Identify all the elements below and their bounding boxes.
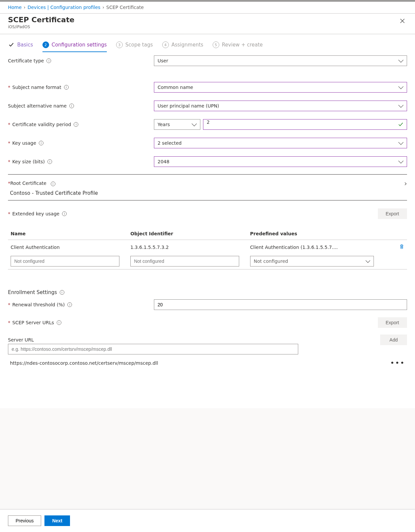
- chevron-right-icon: ›: [404, 179, 407, 188]
- info-icon[interactable]: i: [47, 159, 52, 164]
- step-scope-tags[interactable]: 3 Scope tags: [116, 41, 153, 48]
- chevron-right-icon: ›: [24, 5, 26, 10]
- column-header-oid: Object Identifier: [128, 228, 247, 240]
- delete-eku-button[interactable]: [399, 245, 404, 250]
- export-urls-button[interactable]: Export: [378, 317, 407, 328]
- dropdown-key-size[interactable]: 2048: [154, 156, 407, 167]
- info-icon[interactable]: i: [46, 58, 51, 63]
- label-scep-urls: *SCEP Server URLs i: [8, 320, 61, 325]
- add-url-button[interactable]: Add: [380, 335, 407, 345]
- root-certificate-section[interactable]: *Root Certificate i › Contoso - Trusted …: [8, 175, 407, 200]
- label-subject-name-format: *Subject name format i: [8, 85, 154, 90]
- info-icon[interactable]: i: [74, 122, 78, 127]
- step-assignments[interactable]: 4 Assignments: [162, 41, 203, 48]
- column-header-name: Name: [8, 228, 128, 240]
- info-icon[interactable]: i: [67, 302, 72, 307]
- step-configuration-settings[interactable]: 2 Configuration settings: [42, 41, 107, 52]
- breadcrumb-devices[interactable]: Devices | Configuration profiles: [28, 5, 101, 10]
- checkmark-icon: [398, 122, 403, 128]
- breadcrumb-home[interactable]: Home: [8, 5, 22, 10]
- page-title: SCEP Certificate: [8, 16, 74, 24]
- wizard-steps: Basics 2 Configuration settings 3 Scope …: [8, 34, 407, 51]
- dropdown-key-usage[interactable]: 2 selected: [154, 138, 407, 148]
- eku-row-oid: 1.3.6.1.5.5.7.3.2: [128, 240, 247, 255]
- close-button[interactable]: [398, 16, 407, 27]
- step-number-badge: 4: [162, 41, 169, 48]
- eku-name-input[interactable]: [11, 256, 119, 266]
- label-key-size: *Key size (bits) i: [8, 159, 154, 164]
- dropdown-subject-alt-name[interactable]: User principal name (UPN): [154, 101, 407, 111]
- dropdown-subject-name-format[interactable]: Common name: [154, 82, 407, 93]
- eku-predefined-dropdown[interactable]: Not configured: [250, 256, 374, 266]
- label-validity-period: *Certificate validity period i: [8, 122, 154, 127]
- info-icon[interactable]: i: [57, 320, 61, 325]
- enrollment-settings-heading: Enrollment Settings i: [8, 289, 407, 295]
- breadcrumb-current: SCEP Certificate: [106, 5, 144, 10]
- eku-row-name: Client Authentication: [8, 240, 128, 255]
- info-icon[interactable]: i: [69, 104, 74, 108]
- chevron-right-icon: ›: [103, 5, 104, 10]
- breadcrumb: Home › Devices | Configuration profiles …: [0, 1, 415, 13]
- eku-row-predefined: Client Authentication (1.3.6.1.5.5.7....: [247, 240, 383, 255]
- input-validity-value[interactable]: 2: [203, 119, 407, 130]
- input-server-url[interactable]: [8, 344, 298, 354]
- step-number-badge: 2: [42, 41, 49, 48]
- step-number-badge: 5: [213, 41, 219, 48]
- checkmark-icon: [8, 41, 15, 48]
- label-subject-alt-name: Subject alternative name i: [8, 103, 154, 109]
- label-key-usage: *Key usage i: [8, 140, 154, 146]
- eku-table: Name Object Identifier Predefined values…: [8, 228, 407, 269]
- info-icon[interactable]: i: [62, 211, 67, 216]
- column-header-predefined: Predefined values: [247, 228, 383, 240]
- step-number-badge: 3: [116, 41, 123, 48]
- input-renewal-threshold[interactable]: [154, 299, 407, 310]
- trash-icon: [399, 244, 404, 249]
- label-extended-key-usage: *Extended key usage i: [8, 211, 67, 216]
- page-subtitle: iOS/iPadOS: [8, 25, 74, 29]
- dropdown-certificate-type[interactable]: User: [154, 55, 407, 66]
- info-icon[interactable]: i: [51, 182, 55, 186]
- export-eku-button[interactable]: Export: [378, 208, 407, 219]
- close-icon: [400, 18, 405, 24]
- server-url-item: https://ndes-contosocorp.contoso.net/cer…: [8, 354, 407, 372]
- label-certificate-type: Certificate type i: [8, 58, 154, 63]
- info-icon[interactable]: i: [64, 85, 69, 90]
- eku-oid-input[interactable]: [130, 256, 239, 266]
- root-certificate-value: Contoso - Trusted Certificate Profile: [8, 188, 407, 196]
- server-url-value: https://ndes-contosocorp.contoso.net/cer…: [10, 360, 158, 366]
- step-review-create[interactable]: 5 Review + create: [213, 41, 263, 48]
- label-renewal-threshold: *Renewal threshold (%) i: [8, 302, 154, 307]
- eku-new-row: Not configured: [8, 255, 407, 269]
- label-server-url: Server URL: [8, 337, 380, 342]
- dropdown-validity-unit[interactable]: Years: [154, 119, 200, 130]
- step-basics[interactable]: Basics: [8, 41, 33, 48]
- label-root-certificate: *Root Certificate i: [8, 181, 55, 186]
- info-icon[interactable]: i: [60, 290, 64, 295]
- info-icon[interactable]: i: [39, 141, 43, 145]
- eku-row: Client Authentication 1.3.6.1.5.5.7.3.2 …: [8, 240, 407, 255]
